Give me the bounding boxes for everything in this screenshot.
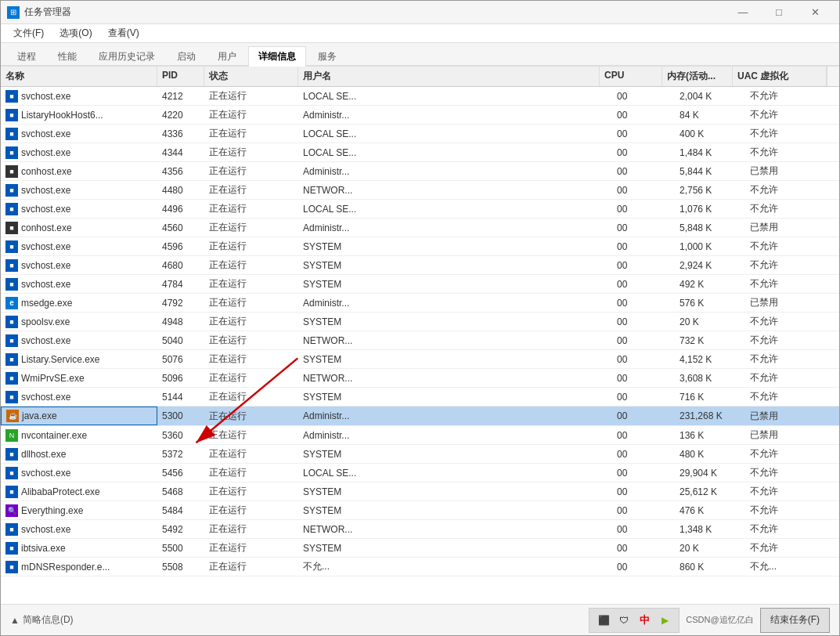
col-name[interactable]: 名称 (1, 67, 157, 86)
table-row[interactable]: ■ svchost.exe 4496 正在运行 LOCAL SE... 00 1… (1, 200, 839, 219)
process-status: 正在运行 (204, 200, 298, 218)
process-pid: 4336 (157, 125, 204, 143)
table-row[interactable]: ■ spoolsv.exe 4948 正在运行 SYSTEM 00 20 K 不… (1, 313, 839, 331)
table-row[interactable]: ■ svchost.exe 4344 正在运行 LOCAL SE... 00 1… (1, 143, 839, 162)
process-pid: 4680 (157, 256, 204, 274)
process-status: 正在运行 (204, 369, 298, 387)
process-memory: 1,484 K (675, 143, 745, 161)
col-pid[interactable]: PID (157, 67, 204, 86)
table-row[interactable]: ■ svchost.exe 4212 正在运行 LOCAL SE... 00 2… (1, 87, 839, 106)
process-status: 正在运行 (204, 407, 298, 425)
process-pid: 5040 (157, 331, 204, 349)
tab-processes[interactable]: 进程 (7, 46, 46, 67)
process-name: ■ svchost.exe (1, 87, 157, 105)
process-status: 正在运行 (204, 558, 298, 576)
process-cpu: 00 (612, 426, 675, 444)
process-cpu: 00 (612, 294, 675, 312)
menu-view[interactable]: 查看(V) (102, 25, 146, 42)
tab-app-history[interactable]: 应用历史记录 (88, 46, 165, 67)
process-pid: 4344 (157, 143, 204, 161)
process-pid: 4792 (157, 294, 204, 312)
table-row[interactable]: ■ svchost.exe 4480 正在运行 NETWOR... 00 2,7… (1, 181, 839, 200)
process-user: LOCAL SE... (298, 200, 612, 218)
process-status: 正在运行 (204, 388, 298, 406)
process-pid: 4596 (157, 237, 204, 255)
process-pid: 4212 (157, 87, 204, 105)
table-row[interactable]: ■ conhost.exe 4560 正在运行 Administr... 00 … (1, 219, 839, 237)
process-user: SYSTEM (298, 256, 612, 274)
title-bar-left: ⊞ 任务管理器 (7, 5, 71, 19)
table-row[interactable]: ☕ java.exe 5300 正在运行 Administr... 00 231… (1, 407, 839, 426)
table-row[interactable]: 🔍 Everything.exe 5484 正在运行 SYSTEM 00 476… (1, 501, 839, 520)
process-cpu: 00 (612, 331, 675, 349)
process-name: ■ svchost.exe (1, 388, 157, 406)
process-user: 不允... (298, 558, 612, 576)
minimize-button[interactable]: — (725, 1, 761, 24)
process-cpu: 00 (612, 181, 675, 199)
table-row[interactable]: ■ conhost.exe 4356 正在运行 Administr... 00 … (1, 162, 839, 181)
menu-options[interactable]: 选项(O) (53, 25, 98, 42)
table-row[interactable]: ■ svchost.exe 5144 正在运行 SYSTEM 00 716 K … (1, 388, 839, 407)
col-uac[interactable]: UAC 虚拟化 (733, 67, 827, 86)
tab-services[interactable]: 服务 (308, 46, 347, 67)
process-pid: 4496 (157, 200, 204, 218)
end-task-button[interactable]: 结束任务(F) (760, 608, 830, 633)
process-uac: 已禁用 (745, 162, 839, 180)
process-cpu: 00 (612, 464, 675, 482)
table-row[interactable]: ■ svchost.exe 4784 正在运行 SYSTEM 00 492 K … (1, 275, 839, 294)
process-list[interactable]: ■ svchost.exe 4212 正在运行 LOCAL SE... 00 2… (1, 87, 839, 604)
process-cpu: 00 (612, 482, 675, 500)
process-user: NETWOR... (298, 369, 612, 387)
table-row[interactable]: ■ Listary.Service.exe 5076 正在运行 SYSTEM 0… (1, 350, 839, 369)
table-row[interactable]: ■ svchost.exe 4596 正在运行 SYSTEM 00 1,000 … (1, 237, 839, 256)
brief-info-button[interactable]: ▲ 简略信息(D) (10, 613, 74, 627)
table-row[interactable]: ■ AlibabaProtect.exe 5468 正在运行 SYSTEM 00… (1, 482, 839, 501)
process-uac: 不允许 (745, 388, 839, 406)
tab-performance[interactable]: 性能 (48, 46, 87, 67)
process-status: 正在运行 (204, 331, 298, 349)
close-button[interactable]: ✕ (797, 1, 833, 24)
table-row[interactable]: ■ dllhost.exe 5372 正在运行 SYSTEM 00 480 K … (1, 445, 839, 464)
menu-file[interactable]: 文件(F) (7, 25, 50, 42)
process-name: ■ conhost.exe (1, 162, 157, 180)
brand-label: CSDN@追忆亿白 (686, 614, 753, 626)
table-row[interactable]: ■ WmiPrvSE.exe 5096 正在运行 NETWOR... 00 3,… (1, 369, 839, 388)
table-row[interactable]: ■ svchost.exe 5040 正在运行 NETWOR... 00 732… (1, 331, 839, 350)
col-user[interactable]: 用户名 (298, 67, 600, 86)
maximize-button[interactable]: □ (761, 1, 797, 24)
table-row[interactable]: ■ mDNSResponder.e... 5508 正在运行 不允... 00 … (1, 558, 839, 576)
brief-info-label[interactable]: 简略信息(D) (23, 613, 74, 627)
table-row[interactable]: ■ ListaryHookHost6... 4220 正在运行 Administ… (1, 106, 839, 125)
process-cpu: 00 (612, 369, 675, 387)
process-uac: 不允许 (745, 369, 839, 387)
tab-startup[interactable]: 启动 (167, 46, 206, 67)
process-memory: 231,268 K (675, 407, 745, 425)
col-cpu[interactable]: CPU (600, 67, 662, 86)
process-uac: 不允许 (745, 256, 839, 274)
process-cpu: 00 (612, 237, 675, 255)
process-cpu: 00 (612, 106, 675, 124)
process-memory: 3,608 K (675, 369, 745, 387)
process-user: Administr... (298, 426, 612, 444)
table-row[interactable]: ■ svchost.exe 4680 正在运行 SYSTEM 00 2,924 … (1, 256, 839, 275)
tab-details[interactable]: 详细信息 (248, 46, 306, 67)
table-row[interactable]: ■ svchost.exe 4336 正在运行 LOCAL SE... 00 4… (1, 125, 839, 143)
process-name: ■ Listary.Service.exe (1, 350, 157, 368)
process-uac: 不允许 (745, 464, 839, 482)
table-row[interactable]: ■ ibtsiva.exe 5500 正在运行 SYSTEM 00 20 K 不… (1, 539, 839, 558)
table-row[interactable]: e msedge.exe 4792 正在运行 Administr... 00 5… (1, 294, 839, 313)
process-pid: 4948 (157, 313, 204, 331)
process-uac: 不允许 (745, 520, 839, 538)
process-user: LOCAL SE... (298, 87, 612, 105)
process-status: 正在运行 (204, 539, 298, 557)
tray-ali-icon: 中 (636, 613, 652, 628)
process-memory: 476 K (675, 501, 745, 519)
table-row[interactable]: N nvcontainer.exe 5360 正在运行 Administr...… (1, 426, 839, 445)
process-name: ■ mDNSResponder.e... (1, 558, 157, 576)
table-row[interactable]: ■ svchost.exe 5456 正在运行 LOCAL SE... 00 2… (1, 464, 839, 482)
process-name: 🔍 Everything.exe (1, 501, 157, 519)
col-status[interactable]: 状态 (204, 67, 298, 86)
tab-users[interactable]: 用户 (207, 46, 247, 67)
table-row[interactable]: ■ svchost.exe 5492 正在运行 NETWOR... 00 1,3… (1, 520, 839, 539)
col-memory[interactable]: 内存(活动... (662, 67, 733, 86)
